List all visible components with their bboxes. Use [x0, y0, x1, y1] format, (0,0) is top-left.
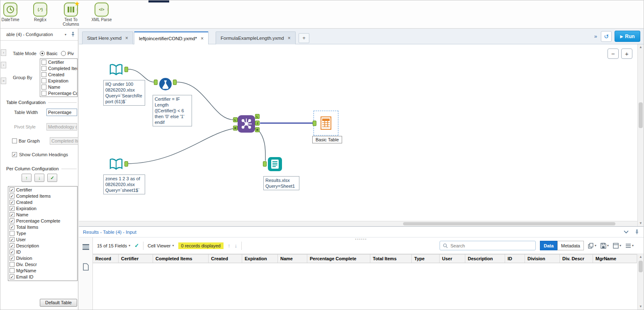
column-header[interactable]: Expiration	[242, 254, 278, 263]
list-item[interactable]: Name	[40, 84, 77, 90]
checkbox[interactable]: ✓	[10, 274, 15, 279]
tool-annotation[interactable]: Certifier = IF Length ([Certifier]) < 6 …	[153, 95, 192, 126]
canvas-vertical-scrollbar[interactable]: ▲ ▼	[637, 44, 644, 226]
list-item[interactable]: ✓Name	[8, 211, 77, 218]
checkbox[interactable]: ✓	[10, 218, 15, 223]
show-column-headings-checkbox[interactable]: ✓	[12, 152, 17, 157]
scroll-down-icon[interactable]: ▼	[638, 220, 644, 226]
tool-annotation[interactable]: zones 1 2 3 as of 08262020.xlsx Query=`s…	[103, 174, 145, 194]
zoom-out-button[interactable]: −	[608, 48, 619, 59]
checkbox[interactable]	[41, 72, 46, 77]
fields-summary-dropdown[interactable]: 15 of 15 Fields ▾	[97, 243, 130, 248]
input-anchor[interactable]	[313, 121, 316, 126]
results-column-headers[interactable]: Record Certifier Completed Items Created…	[93, 254, 637, 263]
zoom-in-button[interactable]: +	[621, 48, 632, 59]
column-header[interactable]: ID	[505, 254, 525, 263]
docked-panel-button[interactable]: »	[1, 78, 6, 84]
checkbox[interactable]: ✓	[10, 187, 15, 192]
checkbox[interactable]	[10, 231, 15, 236]
output-anchor[interactable]	[173, 80, 177, 85]
radio-basic[interactable]: Basic	[40, 51, 58, 56]
input-anchor[interactable]	[263, 161, 267, 167]
checkbox[interactable]: ✓	[10, 243, 15, 248]
bar-graph-checkbox[interactable]	[12, 138, 17, 143]
radio-pivot[interactable]: Piv	[61, 51, 74, 56]
join-tool[interactable]	[238, 115, 255, 133]
column-header[interactable]: Total Items	[370, 254, 412, 263]
close-icon[interactable]: ×	[288, 35, 291, 41]
group-by-listbox[interactable]: Certifier Completed Item Created Expirat…	[40, 58, 78, 97]
tab-formulaexamplelength[interactable]: FormulaExampleLength.yxmd ×	[216, 31, 296, 44]
column-header[interactable]: Created	[209, 254, 242, 263]
grid-view-icon[interactable]	[81, 242, 90, 252]
list-item[interactable]: Type	[8, 230, 77, 236]
previous-record-icon[interactable]: ↑	[228, 242, 231, 249]
copy-button[interactable]: ▾	[588, 243, 596, 249]
metadata-tab-button[interactable]: Metadata	[557, 241, 584, 250]
list-item[interactable]: Created	[40, 71, 77, 78]
scroll-up-icon[interactable]: ▲	[638, 254, 644, 260]
next-record-icon[interactable]: ↓	[234, 242, 237, 249]
scroll-up-icon[interactable]: ▲	[638, 44, 644, 50]
column-header[interactable]: MgrName	[593, 254, 637, 263]
checkbox[interactable]: ✓	[10, 256, 15, 261]
column-header[interactable]: User	[440, 254, 465, 263]
list-item[interactable]: Expiration	[40, 78, 77, 84]
join-input-port-left[interactable]: L	[233, 117, 238, 122]
checkbox[interactable]: ✓	[10, 200, 15, 205]
list-item[interactable]: Div. Descr	[8, 261, 77, 267]
checkbox[interactable]: ✓	[10, 237, 15, 242]
workflow-canvas[interactable]: IIQ under 100 08262020.xlsx Query=`Searc…	[79, 44, 638, 226]
join-output-port-j[interactable]: J	[255, 121, 260, 126]
table-tool[interactable]	[318, 116, 333, 131]
input-data-tool-2[interactable]	[109, 157, 124, 172]
output-data-tool[interactable]	[267, 157, 282, 172]
options-menu-button[interactable]: ▾	[625, 243, 634, 248]
data-tab-button[interactable]: Data	[540, 241, 557, 250]
palette-tool-xml-parse[interactable]: </> › XML Parse	[88, 2, 115, 22]
column-header[interactable]: Div. Descr	[560, 254, 593, 263]
close-icon[interactable]: ×	[125, 35, 128, 41]
list-item[interactable]: MgrName	[8, 267, 77, 274]
column-header[interactable]: Completed Items	[153, 254, 209, 263]
save-button[interactable]: ▾	[600, 243, 609, 249]
palette-tool-datetime[interactable]: › DateTime	[0, 2, 24, 22]
apply-check-button[interactable]: ✓	[47, 174, 57, 182]
column-header[interactable]: Type	[412, 254, 440, 263]
scroll-down-icon[interactable]: ▼	[638, 304, 644, 310]
list-item[interactable]: ✓Created	[8, 199, 77, 205]
tab-overflow-icon[interactable]: »	[593, 33, 598, 39]
cell-viewer-dropdown[interactable]: Cell Viewer ▾	[148, 243, 174, 248]
tab-leftjoincertifiercond[interactable]: leftjoincertifierCOND.yxmd* ×	[134, 31, 209, 44]
join-input-port-right[interactable]: R	[233, 126, 238, 131]
new-window-button[interactable]: ▾	[613, 243, 621, 249]
column-header[interactable]: Name	[278, 254, 307, 263]
checkbox[interactable]: ✓	[10, 194, 15, 199]
checkbox[interactable]	[41, 91, 46, 96]
palette-tool-text-to-columns[interactable]: ★ › Text To Columns	[58, 2, 84, 27]
checkbox[interactable]	[41, 85, 46, 90]
input-data-tool-1[interactable]	[109, 63, 124, 78]
list-item[interactable]: Percentage Co	[40, 90, 77, 96]
column-header[interactable]: Certifier	[119, 254, 153, 263]
list-item[interactable]: ✓Expiration	[8, 205, 77, 211]
chevron-down-icon[interactable]: ▾	[65, 33, 66, 36]
run-button[interactable]: ▶ Run	[615, 31, 640, 42]
list-item[interactable]: ✓Description	[8, 242, 77, 249]
search-box[interactable]	[440, 241, 536, 250]
join-output-port-r[interactable]: R	[255, 127, 260, 132]
column-header[interactable]: Percentage Complete	[307, 254, 370, 263]
list-item[interactable]: ✓Total Items	[8, 224, 77, 230]
default-table-button[interactable]: Default Table	[40, 299, 77, 307]
list-item[interactable]: ✓Certifier	[8, 186, 77, 193]
tool-label[interactable]: Basic Table	[312, 136, 342, 143]
palette-tool-regex[interactable]: (.*) › RegEx	[27, 2, 53, 22]
list-item[interactable]: Completed Item	[40, 65, 77, 71]
collapse-chevron-icon[interactable]	[624, 230, 629, 234]
checkbox[interactable]: ✓	[10, 249, 15, 254]
column-header[interactable]: Division	[525, 254, 560, 263]
checkbox[interactable]	[41, 78, 46, 83]
tab-start-here[interactable]: Start Here.yxmd ×	[82, 31, 133, 44]
output-anchor[interactable]	[124, 161, 128, 167]
apply-check-icon[interactable]: ✓	[134, 242, 139, 249]
